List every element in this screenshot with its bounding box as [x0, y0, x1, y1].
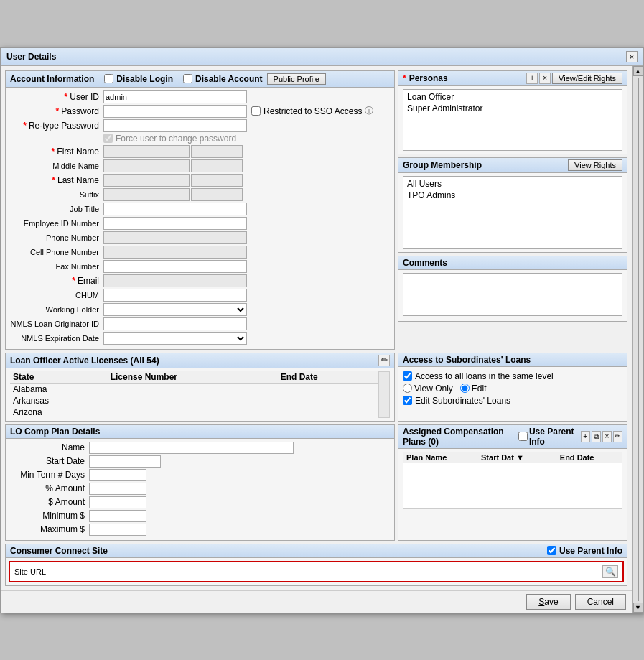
- personas-title: Personas: [409, 73, 448, 83]
- lo-comp-title: LO Comp Plan Details: [10, 427, 100, 437]
- access-body: Access to all loans in the same level Vi…: [398, 367, 627, 410]
- nmls-loan-input[interactable]: [103, 317, 247, 330]
- site-url-row: Site URL 🔍: [9, 561, 624, 582]
- access-all-checkbox[interactable]: [403, 371, 412, 381]
- group-membership-section: Group Membership View Rights All Users T…: [398, 157, 627, 253]
- top-row: Account Information Disable Login Disabl…: [5, 70, 627, 350]
- phone-input[interactable]: [103, 231, 247, 244]
- retype-password-row: * Re-type Password: [10, 119, 390, 132]
- first-name-input[interactable]: [103, 145, 190, 158]
- email-row: * Email: [10, 274, 390, 287]
- nmls-loan-label: NMLS Loan Originator ID: [10, 320, 103, 328]
- scroll-down-arrow[interactable]: ▼: [633, 603, 643, 613]
- sso-checkbox[interactable]: [251, 106, 261, 116]
- scroll-up-arrow[interactable]: ▲: [633, 66, 643, 76]
- first-name-suffix-input[interactable]: [191, 145, 243, 158]
- comp-pct-row: % Amount: [10, 483, 390, 495]
- user-id-input[interactable]: [103, 90, 247, 103]
- disable-account-checkbox[interactable]: [183, 74, 192, 83]
- user-id-row: * User ID: [10, 90, 390, 103]
- sso-label: Restricted to SSO Access: [263, 106, 362, 116]
- comp-pct-input[interactable]: [89, 483, 146, 495]
- scroll-thumb[interactable]: [638, 78, 639, 601]
- assigned-comp-edit-icon[interactable]: ✏: [613, 431, 622, 442]
- last-name-extra-input[interactable]: [191, 174, 243, 187]
- comp-max-input[interactable]: [89, 524, 146, 536]
- disable-login-checkbox[interactable]: [104, 74, 113, 83]
- email-label: * Email: [10, 276, 103, 286]
- comp-empty-row-1: [403, 463, 622, 473]
- retype-password-label: * Re-type Password: [10, 121, 103, 131]
- edit-radio[interactable]: [460, 384, 470, 393]
- persona-item-super-admin[interactable]: Super Administrator: [405, 103, 620, 114]
- comp-name-input[interactable]: [89, 442, 294, 454]
- phone-label: Phone Number: [10, 233, 103, 242]
- comp-dollar-input[interactable]: [89, 496, 146, 508]
- site-url-search-button[interactable]: 🔍: [602, 565, 618, 578]
- public-profile-button[interactable]: Public Profile: [267, 73, 326, 85]
- view-only-option[interactable]: View Only: [403, 384, 453, 394]
- loans-scrollbar[interactable]: [378, 371, 390, 418]
- nmls-expiry-select[interactable]: [103, 332, 247, 345]
- cancel-button[interactable]: Cancel: [575, 594, 626, 610]
- persona-item-loan-officer[interactable]: Loan Officer: [405, 91, 620, 103]
- table-row[interactable]: Alabama: [10, 383, 378, 395]
- loans-edit-icon[interactable]: ✏: [378, 355, 390, 366]
- comp-col-plan-name: Plan Name: [403, 452, 478, 463]
- loans-table-body: Alabama Arkansas: [10, 383, 378, 418]
- assigned-comp-copy-icon[interactable]: ⧉: [592, 431, 601, 442]
- cell-enddate: [278, 406, 378, 418]
- search-icon: 🔍: [605, 567, 616, 577]
- disable-login-group: Disable Login: [104, 74, 173, 84]
- retype-password-input[interactable]: [103, 119, 247, 132]
- view-edit-rights-button[interactable]: View/Edit Rights: [552, 73, 622, 84]
- loans-header-row: State License Number End Date: [10, 371, 378, 384]
- group-item-all-users[interactable]: All Users: [405, 178, 620, 190]
- cell-phone-input[interactable]: [103, 246, 247, 259]
- personas-add-icon[interactable]: +: [526, 73, 538, 84]
- fax-input[interactable]: [103, 260, 247, 273]
- employee-id-input[interactable]: [103, 217, 247, 230]
- assigned-comp-remove-icon[interactable]: ×: [602, 431, 612, 442]
- comments-textarea[interactable]: [403, 273, 622, 316]
- middle-name-extra-input[interactable]: [191, 159, 243, 172]
- force-change-checkbox[interactable]: [103, 134, 113, 143]
- close-button[interactable]: ×: [626, 51, 638, 62]
- table-row[interactable]: Arkansas: [10, 395, 378, 406]
- cell-license: [108, 383, 278, 395]
- personas-remove-icon[interactable]: ×: [539, 73, 551, 84]
- comp-start-input[interactable]: [89, 455, 161, 468]
- view-only-radio[interactable]: [403, 384, 412, 393]
- assigned-comp-add-icon[interactable]: +: [581, 431, 590, 442]
- assigned-comp-body-rows: [403, 463, 622, 503]
- edit-subordinates-checkbox[interactable]: [403, 396, 412, 405]
- comp-dollar-label: $ Amount: [10, 497, 89, 507]
- table-row[interactable]: Arizona: [10, 406, 378, 418]
- disable-account-label: Disable Account: [195, 74, 263, 84]
- edit-option[interactable]: Edit: [460, 384, 487, 394]
- comp-min-input[interactable]: [89, 510, 146, 522]
- group-item-tpo-admins[interactable]: TPO Admins: [405, 190, 620, 201]
- site-url-input[interactable]: [57, 565, 602, 578]
- assigned-comp-parent-checkbox[interactable]: [518, 432, 528, 441]
- loans-col-state: State: [10, 371, 108, 384]
- email-input[interactable]: [103, 274, 247, 287]
- job-title-input[interactable]: [103, 203, 247, 215]
- consumer-parent-label: Use Parent Info: [559, 546, 622, 556]
- suffix-extra-input[interactable]: [191, 188, 243, 201]
- comp-minterm-input[interactable]: [89, 469, 146, 481]
- save-button[interactable]: Save: [526, 594, 570, 610]
- middle-name-row: Middle Name: [10, 159, 390, 172]
- personas-header-left: * Personas: [403, 73, 448, 83]
- password-input[interactable]: [103, 105, 247, 118]
- last-name-input[interactable]: [103, 174, 190, 187]
- group-empty-4: [405, 236, 620, 247]
- middle-name-input[interactable]: [103, 159, 190, 172]
- chum-input[interactable]: [103, 289, 247, 302]
- view-rights-button[interactable]: View Rights: [568, 159, 622, 171]
- window-scrollbar[interactable]: ▲ ▼: [632, 66, 643, 613]
- suffix-input[interactable]: [103, 188, 190, 201]
- working-folder-select[interactable]: [103, 303, 247, 316]
- consumer-parent-checkbox[interactable]: [547, 546, 556, 555]
- loans-col-enddate: End Date: [278, 371, 378, 384]
